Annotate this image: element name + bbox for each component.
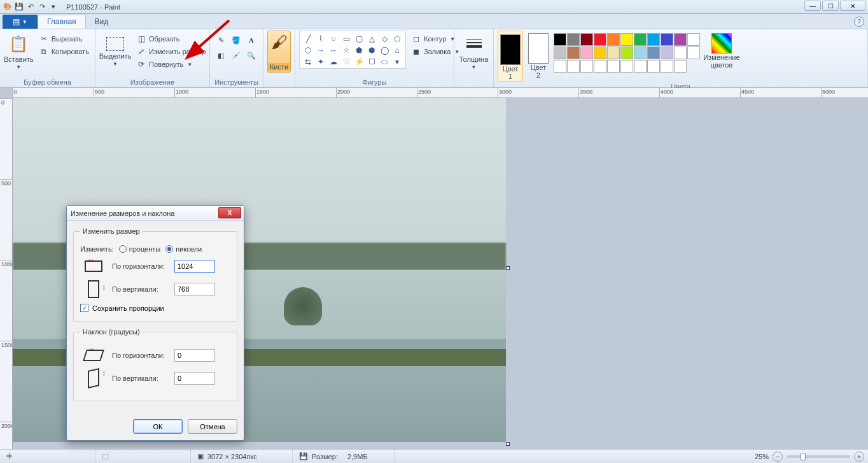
skew-vertical-label: По вертикали: [112, 374, 169, 382]
color-swatch[interactable] [554, 33, 566, 46]
color-swatch[interactable] [647, 46, 660, 59]
skew-horizontal-icon: ↔ [80, 346, 107, 365]
color-swatch[interactable] [567, 46, 580, 59]
edit-colors-button[interactable]: Изменение цветов [703, 31, 741, 69]
color-swatch[interactable] [647, 60, 660, 73]
paste-button[interactable]: 📋 Вставить ▼ [4, 31, 34, 73]
tab-home[interactable]: Главная [38, 15, 86, 29]
undo-icon[interactable]: ↶ [25, 2, 36, 12]
close-window-button[interactable]: ✕ [840, 1, 865, 11]
dialog-close-button[interactable]: X [218, 207, 241, 218]
file-menu-button[interactable]: ▤▼ [3, 15, 38, 29]
dialog-titlebar[interactable]: Изменение размеров и наклона X [67, 206, 244, 221]
skew-horizontal-input[interactable] [174, 349, 215, 362]
color-swatch[interactable] [647, 33, 660, 46]
radio-icon [119, 245, 127, 253]
resize-horizontal-input[interactable] [174, 260, 215, 273]
color-swatch[interactable] [594, 60, 606, 73]
color1-swatch [500, 34, 521, 65]
zoom-in-button[interactable]: + [854, 452, 864, 462]
color-swatch[interactable] [554, 60, 566, 73]
crosshair-icon: ✛ [6, 452, 12, 460]
color-swatch[interactable] [674, 46, 687, 59]
title-bar: 🎨 💾 ↶ ↷ ▾ P1100527 - Paint — ☐ ✕ [0, 0, 868, 14]
color-swatch[interactable] [580, 33, 593, 46]
copy-button[interactable]: ⧉Копировать [36, 46, 92, 57]
qat-customize-icon[interactable]: ▾ [48, 2, 59, 12]
redo-icon[interactable]: ↷ [37, 2, 47, 12]
color-swatch[interactable] [620, 46, 633, 59]
copy-icon: ⧉ [39, 46, 49, 57]
color-swatch[interactable] [567, 60, 580, 73]
resize-handle-right[interactable] [506, 266, 510, 270]
zoom-level: 25% [755, 453, 769, 460]
keep-aspect-checkbox[interactable]: ✓ Сохранить пропорции [80, 304, 230, 312]
tab-view[interactable]: Вид [86, 15, 118, 29]
color-swatch[interactable] [661, 33, 673, 46]
disk-icon: 💾 [299, 452, 308, 460]
color-swatch[interactable] [634, 46, 647, 59]
ok-button[interactable]: ОК [133, 419, 183, 434]
color-swatch[interactable] [674, 60, 687, 73]
radio-pixels[interactable]: пиксели [165, 245, 202, 253]
magnifier-tool[interactable]: 🔍 [244, 48, 258, 62]
color-swatch[interactable] [607, 46, 620, 59]
color1-button[interactable]: Цвет 1 [498, 31, 523, 82]
save-icon[interactable]: 💾 [14, 2, 24, 12]
zoom-controls: 25% − + [755, 452, 864, 462]
color-swatch[interactable] [620, 33, 633, 46]
color-swatch[interactable] [594, 33, 606, 46]
color-swatch[interactable] [607, 60, 620, 73]
scissors-icon: ✂ [39, 34, 49, 44]
thickness-button[interactable]: Толщина ▼ [458, 31, 489, 73]
color-swatch[interactable] [661, 46, 673, 59]
shapes-gallery[interactable]: ╱⌇○▭▢△◇⬠ ⬡→↔☆⬟⬢◯⌂ ⇆✦☁♡⚡☐⬭▾ [299, 31, 406, 69]
resize-fieldset: Изменить размер Изменить: проценты пиксе… [73, 227, 237, 322]
brushes-button[interactable]: 🖌 Кисти [267, 31, 291, 73]
color-swatch[interactable] [607, 33, 620, 46]
skew-vertical-input[interactable] [174, 372, 215, 385]
minimize-button[interactable]: — [804, 1, 821, 11]
selection-icon: ⬚ [102, 452, 108, 460]
cut-button[interactable]: ✂Вырезать [36, 33, 92, 45]
color2-swatch [528, 33, 549, 64]
color-swatch[interactable] [580, 46, 593, 59]
resize-skew-dialog: Изменение размеров и наклона X Изменить … [66, 205, 244, 441]
group-label: Фигуры [299, 77, 450, 87]
color-swatch[interactable] [687, 33, 700, 46]
color-swatch[interactable] [634, 60, 647, 73]
ribbon-tab-strip: ▤▼ Главная Вид ? [0, 14, 868, 29]
resize-legend: Изменить размер [80, 227, 143, 235]
color-swatch[interactable] [634, 33, 647, 46]
group-colors: Цвет 1 Цвет 2 Изменение цветов Цвета [494, 29, 868, 87]
color-swatch[interactable] [567, 33, 580, 46]
color-swatch[interactable] [674, 33, 687, 46]
resize-handle-corner[interactable] [506, 442, 510, 446]
radio-icon [165, 245, 173, 253]
fill-icon: ◼ [411, 46, 421, 57]
maximize-button[interactable]: ☐ [822, 1, 839, 11]
selection-size-cell: ⬚ [95, 450, 191, 463]
color-swatch[interactable] [620, 60, 633, 73]
color-swatch[interactable] [580, 60, 593, 73]
color2-button[interactable]: Цвет 2 [526, 31, 551, 79]
ruler-vertical: 0500100015002000 [0, 98, 13, 449]
chevron-down-icon: ▼ [187, 62, 192, 68]
paint-app-icon: 🎨 [3, 2, 13, 12]
slider-thumb[interactable] [801, 453, 806, 460]
cancel-button[interactable]: Отмена [188, 419, 237, 434]
color-swatch[interactable] [661, 60, 673, 73]
help-icon[interactable]: ? [854, 17, 864, 27]
radio-percent[interactable]: проценты [119, 245, 161, 253]
group-brushes: 🖌 Кисти [263, 29, 295, 87]
zoom-slider[interactable] [787, 455, 850, 458]
text-tool[interactable]: A [244, 33, 258, 47]
zoom-out-button[interactable]: − [773, 452, 783, 462]
color-swatch[interactable] [554, 46, 566, 59]
chevron-down-icon: ▼ [472, 64, 477, 70]
select-button[interactable]: Выделить ▼ [99, 31, 131, 73]
color-swatch[interactable] [594, 46, 606, 59]
color-swatch[interactable] [687, 46, 700, 59]
app-name: Paint [104, 3, 120, 11]
resize-vertical-input[interactable] [174, 283, 215, 296]
